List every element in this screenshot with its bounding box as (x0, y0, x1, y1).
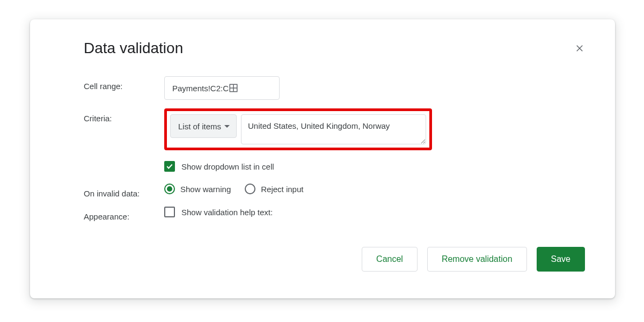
show-dropdown-row: Show dropdown list in cell (164, 161, 589, 172)
invalid-radio-group: Show warning Reject input (164, 184, 303, 194)
radio-icon (164, 184, 175, 194)
show-dropdown-checkbox[interactable] (164, 161, 175, 172)
on-invalid-row: On invalid data: Show warning Reject inp… (84, 184, 589, 198)
appearance-row: Appearance: Show validation help text: (84, 207, 589, 221)
cell-range-row: Cell range: Payments!C2:C (84, 76, 589, 100)
criteria-row: Criteria: List of items (84, 108, 589, 150)
radio-show-warning[interactable]: Show warning (164, 184, 231, 194)
criteria-dropdown-label: List of items (178, 122, 221, 131)
dialog-header: Data validation (84, 39, 589, 58)
chevron-down-icon (224, 125, 230, 128)
radio-reject-input[interactable]: Reject input (245, 184, 303, 194)
save-button[interactable]: Save (537, 247, 585, 272)
radio-show-warning-label: Show warning (180, 185, 231, 194)
remove-validation-button[interactable]: Remove validation (427, 247, 527, 272)
appearance-checkbox-label: Show validation help text: (181, 208, 273, 217)
show-dropdown-label: Show dropdown list in cell (181, 162, 274, 171)
close-button[interactable] (570, 39, 589, 58)
on-invalid-label: On invalid data: (84, 184, 164, 198)
radio-icon (245, 184, 255, 194)
radio-reject-input-label: Reject input (261, 185, 303, 194)
cell-range-input[interactable]: Payments!C2:C (164, 76, 280, 100)
select-range-button[interactable] (229, 83, 274, 93)
check-icon (166, 163, 173, 170)
criteria-dropdown[interactable]: List of items (170, 114, 237, 138)
criteria-highlight: List of items (164, 108, 432, 150)
appearance-label: Appearance: (84, 207, 164, 221)
criteria-label: Criteria: (84, 108, 164, 123)
dialog-title: Data validation (84, 40, 183, 57)
cancel-button[interactable]: Cancel (362, 247, 418, 272)
cell-range-label: Cell range: (84, 76, 164, 91)
dialog-button-row: Cancel Remove validation Save (84, 247, 589, 272)
grid-icon (229, 83, 238, 93)
close-icon (575, 43, 584, 53)
cell-range-value: Payments!C2:C (172, 84, 229, 93)
data-validation-dialog: Data validation Cell range: Payments!C2:… (30, 19, 615, 298)
criteria-items-input[interactable] (241, 114, 426, 144)
appearance-checkbox[interactable] (164, 207, 175, 217)
